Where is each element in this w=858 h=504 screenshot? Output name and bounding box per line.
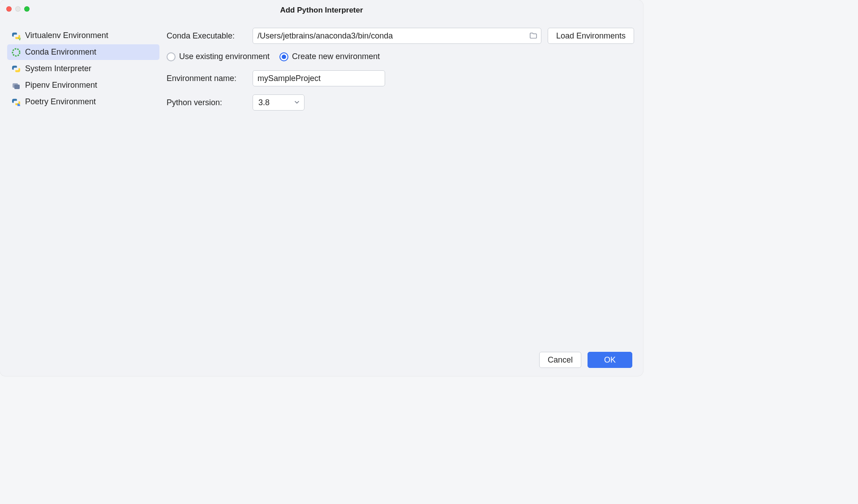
sidebar-item-label: Conda Environment	[25, 47, 96, 57]
env-name-input[interactable]	[253, 70, 385, 86]
svg-point-1	[13, 49, 20, 56]
dialog-window: Add Python Interpreter V Virtualenv Envi…	[0, 0, 643, 376]
close-window-button[interactable]	[6, 6, 12, 12]
window-controls	[6, 6, 30, 12]
dialog-footer: Cancel OK	[0, 352, 643, 376]
browse-folder-button[interactable]	[529, 31, 538, 40]
sidebar-item-poetry[interactable]: Poetry Environment	[7, 94, 159, 110]
ok-button[interactable]: OK	[588, 352, 632, 368]
conda-executable-input[interactable]	[253, 28, 541, 44]
poetry-icon	[12, 98, 21, 107]
conda-executable-input-wrap	[253, 28, 541, 44]
radio-label: Create new environment	[292, 52, 380, 61]
load-environments-button[interactable]: Load Environments	[548, 28, 634, 44]
sidebar-item-label: Pipenv Environment	[25, 81, 97, 90]
select-value: 3.8	[258, 98, 270, 107]
pipenv-icon	[12, 81, 21, 90]
python-version-row: Python version: 3.8	[167, 94, 634, 111]
python-version-select[interactable]: 3.8	[253, 94, 305, 111]
content-area: V Virtualenv Environment Conda Environme…	[0, 17, 643, 352]
env-name-row: Environment name:	[167, 70, 634, 86]
python-v-icon: V	[12, 31, 21, 40]
sidebar-item-conda[interactable]: Conda Environment	[7, 44, 159, 60]
main-panel: Conda Executable: Load Environments Use …	[159, 28, 634, 352]
sidebar-item-system[interactable]: System Interpreter	[7, 61, 159, 77]
radio-indicator	[279, 52, 288, 61]
radio-indicator	[167, 52, 176, 61]
svg-text:V: V	[18, 37, 21, 40]
python-version-label: Python version:	[167, 98, 246, 107]
sidebar-item-pipenv[interactable]: Pipenv Environment	[7, 77, 159, 93]
radio-label: Use existing environment	[179, 52, 270, 61]
chevron-down-icon	[294, 98, 300, 107]
maximize-window-button[interactable]	[24, 6, 30, 12]
radio-use-existing[interactable]: Use existing environment	[167, 52, 270, 61]
env-mode-radio-group: Use existing environment Create new envi…	[167, 52, 634, 61]
svg-rect-3	[14, 85, 20, 89]
radio-create-new[interactable]: Create new environment	[279, 52, 380, 61]
sidebar-item-label: System Interpreter	[25, 64, 91, 73]
cancel-button[interactable]: Cancel	[539, 352, 581, 368]
python-icon	[12, 64, 21, 73]
sidebar-item-label: Virtualenv Environment	[25, 31, 108, 40]
anaconda-icon	[12, 48, 21, 57]
minimize-window-button[interactable]	[15, 6, 21, 12]
env-name-label: Environment name:	[167, 74, 246, 83]
titlebar: Add Python Interpreter	[0, 0, 643, 17]
interpreter-type-sidebar: V Virtualenv Environment Conda Environme…	[7, 28, 159, 352]
sidebar-item-virtualenv[interactable]: V Virtualenv Environment	[7, 28, 159, 43]
window-title: Add Python Interpreter	[5, 2, 638, 15]
radio-dot	[282, 55, 286, 59]
sidebar-item-label: Poetry Environment	[25, 97, 96, 107]
conda-executable-label: Conda Executable:	[167, 31, 246, 41]
conda-executable-row: Conda Executable: Load Environments	[167, 28, 634, 44]
folder-icon	[529, 32, 537, 40]
